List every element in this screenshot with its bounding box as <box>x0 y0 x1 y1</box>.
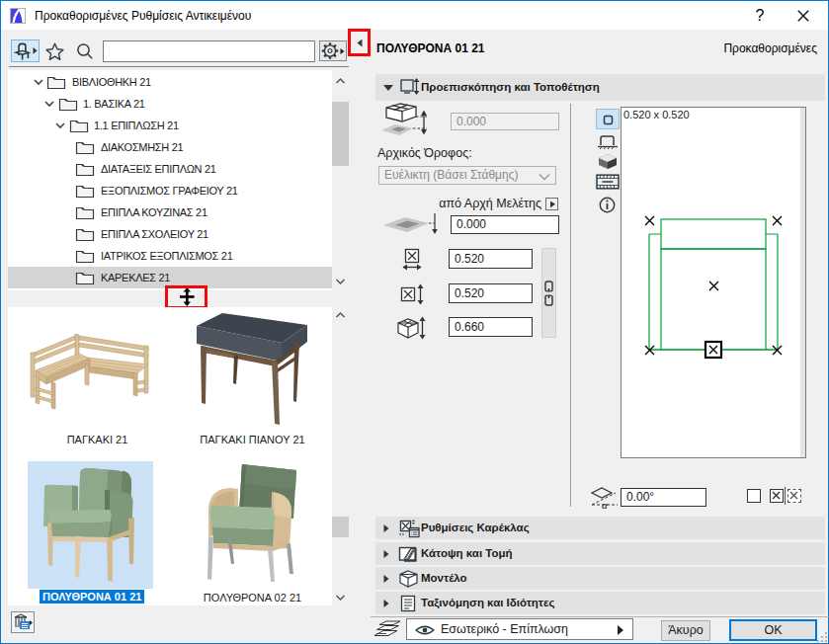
svg-text:α: α <box>602 499 608 510</box>
